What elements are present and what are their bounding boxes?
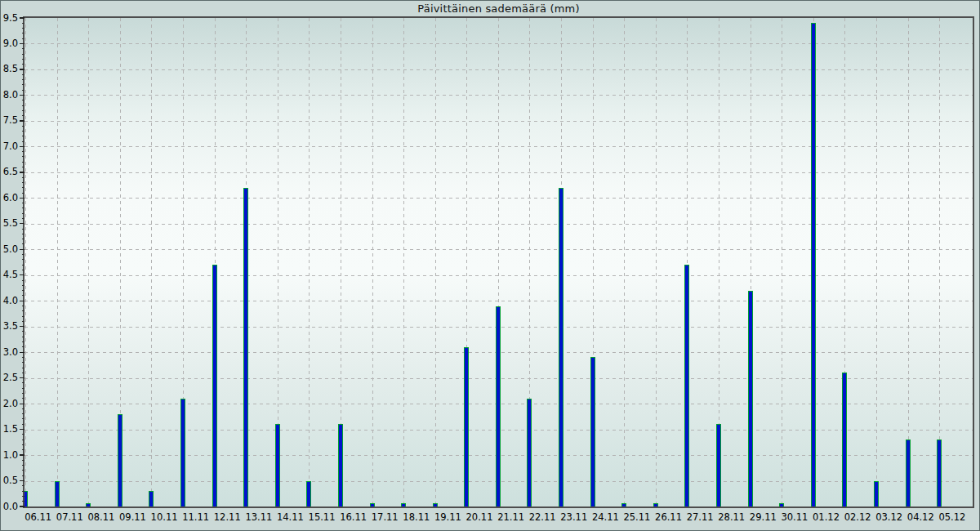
bar-11.11 [180,399,185,506]
y-tick-minor [22,465,25,466]
y-tick-label: 7.5 [0,114,18,127]
y-tick-major [20,480,24,481]
gridline-v [939,18,940,506]
y-tick-label: 7.0 [0,141,18,153]
y-tick-minor [22,156,25,157]
y-tick-label: 2.5 [0,372,18,384]
y-tick-label: 9.0 [0,38,18,50]
y-tick-major [20,198,24,199]
y-tick-minor [22,321,25,322]
y-tick-label: 5.5 [0,217,18,230]
bar-20.11 [464,347,469,506]
y-tick-minor [22,362,25,363]
gridline-v [57,18,58,506]
bar-01.12 [811,23,816,506]
y-tick-minor [22,54,25,55]
y-tick-minor [22,398,25,399]
y-tick-minor [22,23,25,24]
bar-14.11 [275,424,280,506]
y-tick-minor [22,48,25,49]
gridline-v [656,18,657,506]
y-tick-minor [22,290,25,291]
y-tick-minor [22,141,25,142]
y-tick-major [20,146,24,147]
bar-13.11 [243,188,248,506]
y-tick-major [20,429,24,430]
y-tick-minor [22,218,25,219]
y-tick-major [20,172,24,172]
y-tick-minor [22,382,25,383]
y-tick-major [20,454,24,455]
y-tick-minor [22,449,25,450]
gridline-v [88,18,89,506]
y-tick-minor [22,373,25,373]
y-tick-minor [22,38,25,39]
bar-03.12 [874,481,879,506]
bar-17.11 [370,503,375,506]
bar-29.11 [748,291,753,506]
y-tick-minor [22,295,25,296]
y-tick-label: 9.5 [0,12,18,25]
gridline-v [403,18,404,506]
bar-24.11 [590,357,595,506]
y-tick-minor [22,341,25,342]
y-tick-minor [22,440,25,440]
y-tick-minor [22,388,25,389]
y-tick-minor [22,33,25,33]
y-tick-label: 3.5 [0,320,18,332]
gridline-v [309,18,310,506]
y-tick-minor [22,280,25,281]
x-tick-label: 05.12 [931,511,973,523]
y-tick-minor [22,316,25,317]
precipitation-chart: Päivittäinen sademäärä (mm) 0.00.51.01.5… [0,0,980,531]
y-tick-minor [22,346,25,347]
y-tick-label: 3.0 [0,346,18,359]
y-tick-label: 5.0 [0,243,18,256]
gridline-v [435,18,436,506]
bar-10.11 [149,491,154,506]
y-tick-minor [22,470,25,471]
gridline-v [782,18,782,506]
y-tick-major [20,69,24,69]
gridline-v [908,18,909,506]
y-tick-label: 6.0 [0,192,18,204]
y-tick-label: 2.0 [0,398,18,410]
bar-28.11 [716,424,721,506]
gridline-v [624,18,625,506]
y-tick-minor [22,475,25,476]
y-tick-minor [22,74,25,75]
y-tick-minor [22,59,25,60]
bar-18.11 [401,503,406,506]
y-tick-major [20,17,24,18]
bar-22.11 [527,399,532,506]
bar-08.11 [86,503,91,506]
y-tick-minor [22,131,25,132]
y-tick-minor [22,460,25,461]
y-tick-minor [22,418,25,419]
y-tick-minor [22,110,25,111]
y-tick-minor [22,306,25,306]
y-tick-major [20,326,24,327]
bar-09.11 [118,414,122,506]
y-tick-label: 8.0 [0,89,18,101]
y-tick-minor [22,254,25,255]
bar-15.11 [306,481,311,506]
bar-27.11 [684,265,689,506]
y-tick-minor [22,167,25,167]
bar-30.11 [779,503,784,506]
y-tick-major [20,301,24,301]
bar-23.11 [559,188,564,506]
y-tick-minor [22,64,25,65]
y-tick-label: 4.5 [0,269,18,281]
y-tick-minor [22,90,25,91]
chart-title: Päivittäinen sademäärä (mm) [23,2,974,15]
y-tick-major [20,404,24,404]
y-tick-minor [22,270,25,270]
bar-04.12 [906,440,911,506]
y-tick-minor [22,213,25,214]
bar-25.11 [621,503,626,506]
y-tick-label: 4.0 [0,295,18,307]
y-tick-minor [22,337,25,337]
y-tick-major [20,43,24,44]
y-tick-minor [22,79,25,80]
